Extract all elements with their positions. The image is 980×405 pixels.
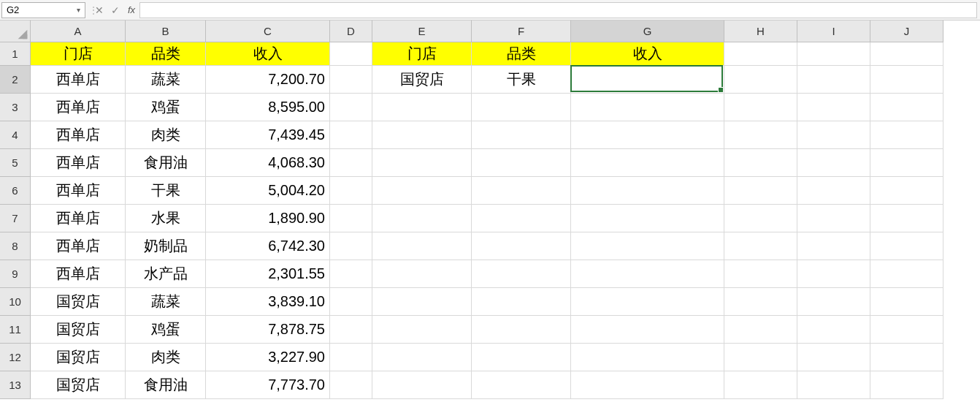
cell-C7[interactable]: 1,890.90 xyxy=(206,205,330,232)
cell-B13[interactable]: 食用油 xyxy=(126,371,206,399)
row-header-1[interactable]: 1 xyxy=(0,42,31,66)
cell-E13[interactable] xyxy=(372,371,472,399)
cell-G4[interactable] xyxy=(571,121,724,149)
cell-F1[interactable]: 品类 xyxy=(472,42,571,66)
column-header-J[interactable]: J xyxy=(870,20,943,42)
column-header-I[interactable]: I xyxy=(797,20,870,42)
cell-B8[interactable]: 奶制品 xyxy=(126,232,206,260)
cell-I5[interactable] xyxy=(797,149,870,177)
row-header-10[interactable]: 10 xyxy=(0,288,31,316)
cell-H10[interactable] xyxy=(724,288,797,316)
cell-G5[interactable] xyxy=(571,149,724,177)
cell-E3[interactable] xyxy=(372,94,472,121)
cell-B1[interactable]: 品类 xyxy=(126,42,206,66)
cell-E1[interactable]: 门店 xyxy=(372,42,472,66)
cell-A6[interactable]: 西单店 xyxy=(31,177,126,205)
cell-I4[interactable] xyxy=(797,121,870,149)
cell-D3[interactable] xyxy=(330,94,372,121)
cell-G8[interactable] xyxy=(571,232,724,260)
cell-D8[interactable] xyxy=(330,232,372,260)
cell-J12[interactable] xyxy=(870,344,943,371)
cell-B10[interactable]: 蔬菜 xyxy=(126,288,206,316)
cell-C2[interactable]: 7,200.70 xyxy=(206,66,330,94)
cell-F3[interactable] xyxy=(472,94,571,121)
name-box[interactable]: G2 ▾ xyxy=(1,2,85,18)
cell-F2[interactable]: 干果 xyxy=(472,66,571,94)
cell-B7[interactable]: 水果 xyxy=(126,205,206,232)
cell-F5[interactable] xyxy=(472,149,571,177)
formula-input[interactable] xyxy=(139,2,977,18)
cell-J1[interactable] xyxy=(870,42,943,66)
cell-A7[interactable]: 西单店 xyxy=(31,205,126,232)
row-header-6[interactable]: 6 xyxy=(0,177,31,205)
cell-I13[interactable] xyxy=(797,371,870,399)
cell-F11[interactable] xyxy=(472,316,571,344)
cell-A8[interactable]: 西单店 xyxy=(31,232,126,260)
cell-J9[interactable] xyxy=(870,260,943,288)
cell-G10[interactable] xyxy=(571,288,724,316)
cell-I8[interactable] xyxy=(797,232,870,260)
cell-G2[interactable] xyxy=(571,66,724,94)
column-header-G[interactable]: G xyxy=(571,20,724,42)
cell-B9[interactable]: 水产品 xyxy=(126,260,206,288)
cell-J13[interactable] xyxy=(870,371,943,399)
cell-H9[interactable] xyxy=(724,260,797,288)
cell-J7[interactable] xyxy=(870,205,943,232)
row-header-5[interactable]: 5 xyxy=(0,149,31,177)
fx-label[interactable]: fx xyxy=(123,4,139,15)
cell-I7[interactable] xyxy=(797,205,870,232)
cell-I12[interactable] xyxy=(797,344,870,371)
column-header-C[interactable]: C xyxy=(206,20,330,42)
cell-A9[interactable]: 西单店 xyxy=(31,260,126,288)
cell-J11[interactable] xyxy=(870,316,943,344)
cell-J8[interactable] xyxy=(870,232,943,260)
cell-C10[interactable]: 3,839.10 xyxy=(206,288,330,316)
cell-B2[interactable]: 蔬菜 xyxy=(126,66,206,94)
cell-H11[interactable] xyxy=(724,316,797,344)
cell-D9[interactable] xyxy=(330,260,372,288)
cell-H7[interactable] xyxy=(724,205,797,232)
cell-D13[interactable] xyxy=(330,371,372,399)
column-header-H[interactable]: H xyxy=(724,20,797,42)
cell-A4[interactable]: 西单店 xyxy=(31,121,126,149)
cell-J5[interactable] xyxy=(870,149,943,177)
cell-H8[interactable] xyxy=(724,232,797,260)
cell-E4[interactable] xyxy=(372,121,472,149)
cell-I1[interactable] xyxy=(797,42,870,66)
cell-G9[interactable] xyxy=(571,260,724,288)
row-header-8[interactable]: 8 xyxy=(0,232,31,260)
cell-J6[interactable] xyxy=(870,177,943,205)
cell-F4[interactable] xyxy=(472,121,571,149)
cell-G7[interactable] xyxy=(571,205,724,232)
cell-F10[interactable] xyxy=(472,288,571,316)
cell-D1[interactable] xyxy=(330,42,372,66)
cell-C5[interactable]: 4,068.30 xyxy=(206,149,330,177)
cell-I11[interactable] xyxy=(797,316,870,344)
row-header-3[interactable]: 3 xyxy=(0,94,31,121)
cell-J10[interactable] xyxy=(870,288,943,316)
cell-F8[interactable] xyxy=(472,232,571,260)
row-header-12[interactable]: 12 xyxy=(0,344,31,371)
confirm-button[interactable]: ✓ xyxy=(107,2,123,18)
cell-J3[interactable] xyxy=(870,94,943,121)
cancel-button[interactable]: ✕ xyxy=(91,2,107,18)
cell-H12[interactable] xyxy=(724,344,797,371)
row-header-9[interactable]: 9 xyxy=(0,260,31,288)
cell-H1[interactable] xyxy=(724,42,797,66)
cell-J4[interactable] xyxy=(870,121,943,149)
cell-C1[interactable]: 收入 xyxy=(206,42,330,66)
cell-E10[interactable] xyxy=(372,288,472,316)
cell-B5[interactable]: 食用油 xyxy=(126,149,206,177)
cell-A10[interactable]: 国贸店 xyxy=(31,288,126,316)
cell-H6[interactable] xyxy=(724,177,797,205)
cell-H13[interactable] xyxy=(724,371,797,399)
cell-B4[interactable]: 肉类 xyxy=(126,121,206,149)
cell-G1[interactable]: 收入 xyxy=(571,42,724,66)
cell-A1[interactable]: 门店 xyxy=(31,42,126,66)
cell-C3[interactable]: 8,595.00 xyxy=(206,94,330,121)
column-header-A[interactable]: A xyxy=(31,20,126,42)
cell-E9[interactable] xyxy=(372,260,472,288)
row-header-11[interactable]: 11 xyxy=(0,316,31,344)
cell-H5[interactable] xyxy=(724,149,797,177)
column-header-B[interactable]: B xyxy=(126,20,206,42)
